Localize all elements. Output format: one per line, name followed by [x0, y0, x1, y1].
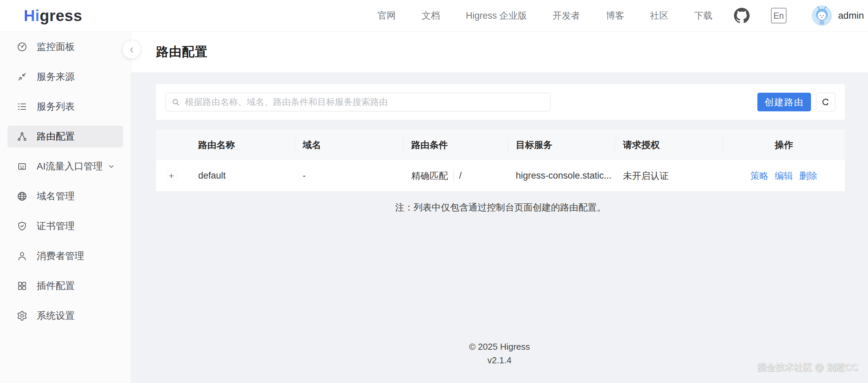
sidebar-item-label: 系统设置 [37, 309, 75, 322]
top-bar: Higress 官网 文档 Higress 企业版 开发者 博客 社区 下载 E… [0, 0, 868, 32]
plus-icon [168, 173, 174, 179]
edit-link[interactable]: 编辑 [775, 170, 793, 182]
table-note: 注：列表中仅包含通过控制台页面创建的路由配置。 [156, 201, 845, 214]
brand-logo-hi: Hi [24, 7, 40, 24]
sidebar-item-label: 域名管理 [37, 190, 75, 203]
sidebar-item-label: 证书管理 [37, 220, 75, 233]
globe-icon [16, 190, 28, 202]
gear-icon [16, 310, 28, 322]
appstore-icon [16, 280, 28, 292]
create-route-button[interactable]: 创建路由 [757, 93, 811, 111]
search-icon [171, 98, 180, 107]
refresh-button[interactable] [816, 93, 835, 111]
header-expand [156, 130, 193, 160]
username-label[interactable]: admin [838, 10, 864, 21]
sidebar-item-consumer-management[interactable]: 消费者管理 [7, 245, 123, 267]
header-actions: 操作 [723, 130, 845, 160]
nav-item-developer[interactable]: 开发者 [553, 10, 580, 22]
github-icon[interactable] [734, 7, 750, 24]
cell-actions: 策略 编辑 删除 [723, 160, 845, 191]
toolbar: 创建路由 [156, 84, 845, 120]
language-toggle[interactable]: En [771, 8, 787, 23]
user-avatar[interactable] [812, 5, 832, 26]
sidebar-item-dashboard[interactable]: 监控面板 [7, 36, 123, 58]
top-navigation: 官网 文档 Higress 企业版 开发者 博客 社区 下载 En [378, 0, 868, 31]
cell-route-condition: 精确匹配 / [403, 160, 508, 191]
search-input-wrapper [166, 93, 550, 111]
sidebar-item-label: 服务来源 [37, 70, 75, 83]
nav-item-download[interactable]: 下载 [694, 10, 713, 22]
page-title: 路由配置 [156, 43, 208, 60]
header-target-service: 目标服务 [508, 130, 615, 160]
nav-item-docs[interactable]: 文档 [422, 10, 440, 22]
header-request-auth: 请求授权 [615, 130, 723, 160]
dashboard-icon [16, 41, 28, 53]
chevron-down-icon [107, 162, 116, 171]
delete-link[interactable]: 删除 [799, 170, 817, 182]
nav-item-community[interactable]: 社区 [650, 10, 668, 22]
header-route-condition: 路由条件 [403, 130, 508, 160]
table-header-row: 路由名称 域名 路由条件 目标服务 请求授权 操作 [156, 130, 845, 160]
sidebar-item-label: 插件配置 [37, 279, 75, 292]
sidebar-item-system-settings[interactable]: 系统设置 [7, 305, 123, 327]
brand-logo-rest: gress [40, 7, 82, 24]
chevron-left-icon [127, 45, 136, 54]
cell-target-service: higress-console.static... [508, 160, 615, 191]
cell-request-auth: 未开启认证 [615, 160, 723, 191]
sidebar-item-service-sources[interactable]: 服务来源 [7, 66, 123, 88]
page-header: 路由配置 [131, 31, 868, 72]
sidebar-item-label: AI流量入口管理 [37, 160, 102, 173]
nav-item-blog[interactable]: 博客 [606, 10, 624, 22]
shrink-icon [16, 71, 28, 83]
expand-row-button[interactable] [166, 171, 176, 181]
brand-logo[interactable]: Higress [24, 6, 82, 25]
header-domain: 域名 [295, 130, 403, 160]
sidebar-item-label: 消费者管理 [37, 250, 84, 262]
copyright-text: © 2025 Higress [131, 340, 868, 353]
condition-match-type: 精确匹配 [411, 170, 448, 182]
routes-table: 路由名称 域名 路由条件 目标服务 请求授权 操作 default - 精确匹配 [156, 130, 845, 191]
sidebar-item-ai-traffic[interactable]: AI流量入口管理 [7, 156, 123, 177]
vertical-divider [453, 170, 454, 182]
search-input[interactable] [184, 96, 550, 108]
refresh-icon [820, 97, 831, 108]
route-icon [16, 131, 28, 142]
header-route-name: 路由名称 [193, 130, 295, 160]
table-row: default - 精确匹配 / higress-console.static.… [156, 160, 845, 191]
condition-path: / [459, 170, 462, 181]
sidebar-item-route-config[interactable]: 路由配置 [7, 126, 123, 147]
main-content: 创建路由 路由名称 域名 路由条件 目标服务 请求授权 操作 [131, 72, 868, 383]
watermark: 掘金技术社区 @ 别惹CC [757, 361, 858, 373]
cell-domain: - [295, 160, 403, 191]
shield-icon [16, 220, 28, 232]
sidebar-item-label: 监控面板 [37, 40, 75, 53]
sidebar-item-domain-management[interactable]: 域名管理 [7, 185, 123, 207]
nav-item-home[interactable]: 官网 [378, 10, 396, 22]
sidebar-item-plugin-config[interactable]: 插件配置 [7, 275, 123, 297]
sidebar-item-label: 路由配置 [37, 130, 75, 143]
cell-expand [156, 160, 193, 191]
sidebar-item-certificate-management[interactable]: 证书管理 [7, 215, 123, 237]
user-icon [16, 250, 28, 262]
action-links: 策略 编辑 删除 [750, 170, 817, 182]
sidebar-collapse-button[interactable] [123, 41, 140, 58]
policy-link[interactable]: 策略 [750, 170, 769, 182]
sidebar-item-service-list[interactable]: 服务列表 [7, 96, 123, 117]
robot-icon [16, 161, 28, 172]
sidebar-item-label: 服务列表 [37, 100, 75, 113]
higress-console: Higress 官网 文档 Higress 企业版 开发者 博客 社区 下载 E… [0, 0, 868, 383]
nav-item-enterprise[interactable]: Higress 企业版 [466, 10, 527, 22]
list-icon [16, 101, 28, 112]
cell-route-name: default [193, 160, 295, 191]
sidebar: 监控面板 服务来源 服务列表 路由配置 AI流量入口管理 [0, 31, 131, 383]
